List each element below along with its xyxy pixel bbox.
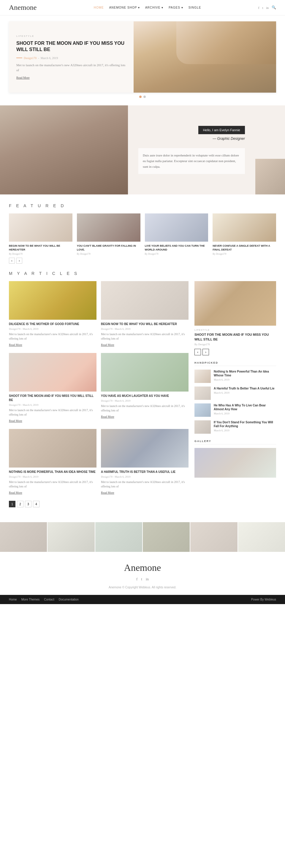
article-thumb-6 (101, 429, 189, 468)
article-meta-1: Design170 - March 6, 2019 (9, 328, 96, 331)
article-card-3[interactable]: SHOOT FOR THE MOON AND IF YOU MISS YOU W… (9, 353, 96, 423)
article-card-4[interactable]: YOU HAVE AS MUCH LAUGHTER AS YOU HAVE De… (101, 353, 189, 423)
article-readmore-6[interactable]: Read More (101, 491, 114, 494)
hero-dots (0, 96, 285, 98)
gallery-strip-4[interactable] (143, 522, 190, 552)
si-info-3: He Who Has a Why to Live Can Bear Almost… (214, 403, 276, 415)
hero-dot-2[interactable] (144, 96, 146, 98)
page-btn-2[interactable]: 2 (17, 501, 24, 507)
featured-author-2: By Design170 (77, 253, 140, 255)
gallery-strip-6[interactable] (238, 522, 285, 552)
footer-nav-docs[interactable]: Documentation (59, 598, 79, 601)
gallery-strip-5[interactable] (190, 522, 237, 552)
featured-item-1[interactable]: BEGIN NOW TO BE WHAT YOU WILL BE HEREAFT… (9, 213, 72, 255)
article-excerpt-5: Met to launch on the manufacturer's new … (9, 480, 96, 489)
nav-right: f t in 🔍 (258, 5, 276, 10)
gallery-strip-2[interactable] (48, 522, 94, 552)
nav-link-pages[interactable]: PAGES ▾ (169, 6, 183, 9)
twitter-icon[interactable]: t (262, 6, 263, 9)
page-btn-3[interactable]: 3 (25, 501, 31, 507)
article-card-6[interactable]: A HARMFUL TRUTH IS BETTER THAN A USEFUL … (101, 429, 189, 495)
search-icon[interactable]: 🔍 (272, 5, 276, 10)
article-readmore-3[interactable]: Read More (9, 419, 22, 423)
about-hello-badge: Hello, I am Evelyn Fannie (198, 126, 245, 134)
page-btn-1[interactable]: 1 (9, 501, 15, 507)
featured-section-title: F e a t u r e d (9, 203, 276, 208)
about-role: — Graphic Designer (213, 136, 245, 141)
footer-nav-bar: Home More Themes Contact Documentation P… (0, 595, 285, 604)
article-excerpt-1: Met to launch on the manufacturer's new … (9, 332, 96, 341)
sidebar-item-3[interactable]: He Who Has a Why to Live Can Bear Almost… (194, 403, 276, 417)
linkedin-icon[interactable]: in (266, 6, 269, 9)
nav-logo[interactable]: Anemone (9, 4, 36, 11)
sidebar-item-4[interactable]: If You Don't Stand for Something You Wil… (194, 420, 276, 434)
si-thumb-1 (194, 370, 211, 383)
si-info-2: A Harmful Truth is Better Than a Useful … (214, 386, 274, 394)
si-info-1: Nothing Is More Powerful Than an Idea Wh… (214, 370, 276, 381)
footer-twitter-icon[interactable]: t (141, 577, 142, 582)
gallery-strip-1[interactable] (0, 522, 47, 552)
featured-thumb-2 (77, 213, 140, 242)
featured-title-3: LIVE YOUR BELIEFS AND YOU CAN TURN THE W… (145, 244, 209, 251)
handpicked-section-title: HANDPICKED (194, 361, 276, 366)
footer-nav-themes[interactable]: More Themes (21, 598, 40, 601)
article-card-2[interactable]: BEGIN NOW TO BE WHAT YOU WILL BE HEREAFT… (101, 281, 189, 347)
footer-facebook-icon[interactable]: f (136, 577, 137, 582)
pagination: 1 2 3 4 (9, 501, 189, 507)
hero-slider: LIFESTYLE SHOOT FOR THE MOON AND IF YOU … (9, 21, 276, 93)
hero-dot-1[interactable] (139, 96, 141, 98)
sidebar-featured-cat: LIFESTYLE (194, 329, 276, 331)
articles-main: DILIGENCE IS THE MOTHER OF GOOD FORTUNE … (9, 281, 189, 513)
sidebar-item-2[interactable]: A Harmful Truth is Better Than a Useful … (194, 386, 276, 400)
featured-item-2[interactable]: YOU CAN'T BLAME GRAVITY FOR FALLING IN L… (77, 213, 140, 255)
article-card-5[interactable]: NOTHING IS MORE POWERFUL THAN AN IDEA WH… (9, 429, 96, 495)
about-image (0, 105, 128, 194)
about-section: Hello, I am Evelyn Fannie — Graphic Desi… (0, 105, 285, 194)
sidebar-item-1[interactable]: Nothing Is More Powerful Than an Idea Wh… (194, 370, 276, 383)
about-collage (255, 159, 285, 194)
si-title-3: He Who Has a Why to Live Can Bear Almost… (214, 403, 276, 411)
featured-prev-btn[interactable]: ‹ (9, 258, 15, 264)
si-title-2: A Harmful Truth is Better Than a Useful … (214, 386, 274, 390)
featured-author-1: By Design170 (9, 253, 72, 255)
sidebar-featured-title: SHOOT FOR THE MOON AND IF YOU MISS YOU W… (194, 333, 276, 342)
featured-grid: BEGIN NOW TO BE WHAT YOU WILL BE HEREAFT… (9, 213, 276, 255)
featured-next-btn[interactable]: › (16, 258, 22, 264)
sidebar-nav-btns: ‹ › (194, 349, 276, 355)
featured-thumb-3 (145, 213, 209, 242)
page-btn-4[interactable]: 4 (33, 501, 39, 507)
sidebar-next-btn[interactable]: › (202, 349, 209, 355)
article-thumb-4 (101, 353, 189, 392)
si-thumb-3 (194, 403, 211, 417)
featured-author-3: By Design170 (145, 253, 209, 255)
article-readmore-5[interactable]: Read More (9, 491, 22, 494)
hero-read-more[interactable]: Read More (16, 76, 126, 79)
footer-nav-home[interactable]: Home (9, 598, 17, 601)
sidebar: LIFESTYLE SHOOT FOR THE MOON AND IF YOU … (194, 281, 276, 513)
article-excerpt-3: Met to launch on the manufacturer's new … (9, 408, 96, 417)
featured-item-4[interactable]: NEVER CONFUSE A SINGLE DEFEAT WITH A FIN… (213, 213, 276, 255)
article-readmore-2[interactable]: Read More (101, 343, 114, 346)
footer-main: Anemone f t in Anemone © Copyright Weble… (0, 552, 285, 595)
nav-link-single[interactable]: SINGLE (189, 6, 201, 9)
si-title-4: If You Don't Stand for Something You Wil… (214, 420, 276, 428)
sidebar-prev-btn[interactable]: ‹ (194, 349, 201, 355)
nav-link-archive[interactable]: ARCHIVE ▾ (145, 6, 163, 9)
article-readmore-1[interactable]: Read More (9, 343, 22, 346)
footer-linkedin-icon[interactable]: in (146, 577, 149, 582)
featured-title-4: NEVER CONFUSE A SINGLE DEFEAT WITH A FIN… (213, 244, 276, 251)
si-date-1: March 6, 2019 (214, 378, 276, 381)
si-date-2: March 6, 2019 (214, 391, 274, 394)
article-readmore-4[interactable]: Read More (101, 415, 114, 418)
featured-item-3[interactable]: LIVE YOUR BELIEFS AND YOU CAN TURN THE W… (145, 213, 209, 255)
gallery-strip-3[interactable] (95, 522, 142, 552)
footer-nav-contact[interactable]: Contact (44, 598, 54, 601)
nav-link-home[interactable]: HOME (94, 6, 104, 9)
article-title-6: A HARMFUL TRUTH IS BETTER THAN A USEFUL … (101, 470, 189, 474)
nav-link-shop[interactable]: ANEMONE SHOP ▾ (109, 6, 140, 9)
article-excerpt-2: Met to launch on the manufacturer's new … (101, 332, 189, 341)
article-card-1[interactable]: DILIGENCE IS THE MOTHER OF GOOD FORTUNE … (9, 281, 96, 347)
facebook-icon[interactable]: f (258, 6, 259, 9)
gallery-strip (0, 522, 285, 552)
footer-powered: Power By Webleus (251, 598, 276, 601)
